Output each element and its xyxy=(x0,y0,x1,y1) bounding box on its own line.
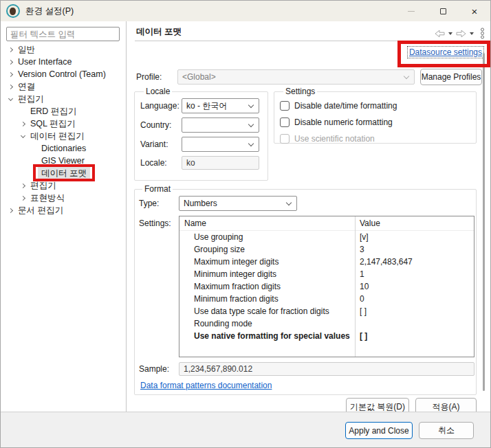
dialog-body: 일반 User Interface Version Control (Team)… xyxy=(1,21,490,413)
back-arrow-icon[interactable] xyxy=(435,30,445,38)
forward-arrow-icon[interactable] xyxy=(456,30,466,38)
setting-name[interactable]: Minimum fraction digits xyxy=(179,293,355,305)
header-separator xyxy=(135,41,490,41)
cancel-button[interactable]: 취소 xyxy=(419,422,474,439)
maximize-icon xyxy=(440,8,446,14)
chevron-right-icon[interactable] xyxy=(21,183,25,188)
vertical-scrollbar[interactable] xyxy=(483,53,485,391)
setting-name[interactable]: Maximum fraction digits xyxy=(179,280,355,293)
language-label: Language: xyxy=(140,101,182,111)
back-history-dropdown-icon[interactable] xyxy=(448,32,452,35)
manage-profiles-button[interactable]: Manage Profiles xyxy=(420,69,482,85)
sidebar-item-editors[interactable]: 편집기 xyxy=(1,93,126,105)
setting-value[interactable]: [ ] xyxy=(355,330,474,342)
format-settings-table[interactable]: Name Value Use grouping [v] Grouping siz… xyxy=(179,216,474,357)
variant-select[interactable] xyxy=(182,137,259,152)
disable-numeric-checkbox-row: Disable numeric formatting xyxy=(280,114,470,131)
column-header-value: Value xyxy=(355,216,474,231)
sidebar-item-doc-editor[interactable]: 문서 편집기 xyxy=(1,204,126,216)
chevron-down-icon xyxy=(248,141,254,146)
locale-group-legend: Locale xyxy=(144,87,172,96)
sample-value-field: 1,234,567,890.012 xyxy=(179,362,474,376)
sidebar-item-version-control[interactable]: Version Control (Team) xyxy=(1,68,126,80)
locale-label: Locale: xyxy=(140,158,182,168)
disable-datetime-checkbox[interactable] xyxy=(280,101,290,111)
chevron-right-icon[interactable] xyxy=(21,195,25,200)
country-select[interactable] xyxy=(182,117,259,133)
setting-name[interactable]: Grouping size xyxy=(179,243,355,256)
sidebar-item-data-editor[interactable]: 데이터 편집기 xyxy=(1,130,126,142)
disable-numeric-checkbox[interactable] xyxy=(280,117,290,127)
preferences-dialog: 환경 설정(P) × 일반 User Interface Version Con… xyxy=(0,0,491,448)
sidebar-item-editor[interactable]: 편집기 xyxy=(1,179,126,192)
restore-defaults-button[interactable]: 기본값 복원(D) xyxy=(346,398,409,413)
chevron-right-icon[interactable] xyxy=(21,121,25,126)
sidebar-item-presentation[interactable]: 표현방식 xyxy=(1,192,126,204)
profile-row: Profile: <Global> Manage Profiles xyxy=(136,69,482,85)
country-label: Country: xyxy=(140,120,182,130)
variant-label: Variant: xyxy=(140,139,182,149)
data-format-page: 데이터 포맷 Datasource settings Profil xyxy=(127,21,490,413)
format-type-select[interactable]: Numbers xyxy=(179,196,297,211)
format-settings-label: Settings: xyxy=(139,216,179,228)
title-bar: 환경 설정(P) × xyxy=(1,1,490,21)
sidebar-item-dictionaries[interactable]: Dictionaries xyxy=(1,142,126,155)
chevron-right-icon[interactable] xyxy=(8,71,13,76)
setting-value[interactable]: [v] xyxy=(355,231,474,243)
locale-value-field: ko xyxy=(182,156,259,170)
close-button[interactable]: × xyxy=(459,1,490,21)
locale-group: Locale Language: ko - 한국어 Country: xyxy=(134,87,268,181)
profile-select: <Global> xyxy=(177,69,415,85)
chevron-down-icon xyxy=(404,74,409,79)
setting-value[interactable]: 2,147,483,647 xyxy=(355,256,474,268)
setting-name[interactable]: Use native formatting for special values xyxy=(179,330,355,342)
scientific-notation-checkbox-row: Use scientific notation xyxy=(280,131,470,147)
preferences-sidebar: 일반 User Interface Version Control (Team)… xyxy=(1,21,127,413)
settings-group-legend: Settings xyxy=(283,87,317,96)
setting-name[interactable]: Maximum integer digits xyxy=(179,256,355,268)
preferences-tree: 일반 User Interface Version Control (Team)… xyxy=(1,43,126,216)
data-format-docs-link[interactable]: Data format patterns documentation xyxy=(140,381,272,390)
sidebar-item-sql-editor[interactable]: SQL 편집기 xyxy=(1,117,126,130)
format-group-legend: Format xyxy=(142,184,173,194)
chevron-down-icon xyxy=(248,102,254,108)
chevron-right-icon[interactable] xyxy=(8,59,13,64)
setting-name[interactable]: Use data type scale for fraction digits xyxy=(179,305,355,317)
setting-name[interactable]: Use grouping xyxy=(179,231,355,243)
sidebar-item-connection[interactable]: 연결 xyxy=(1,80,126,93)
language-select[interactable]: ko - 한국어 xyxy=(182,98,259,113)
sidebar-item-erd-editor[interactable]: ERD 편집기 xyxy=(1,105,126,117)
scientific-notation-checkbox xyxy=(280,134,290,144)
setting-value[interactable]: 3 xyxy=(355,243,474,256)
chevron-right-icon[interactable] xyxy=(8,84,13,89)
page-navigation xyxy=(435,27,485,39)
chevron-down-icon xyxy=(286,200,292,205)
setting-name[interactable]: Minimum integer digits xyxy=(179,268,355,280)
type-label: Type: xyxy=(139,199,179,208)
sidebar-item-data-format[interactable]: 데이터 포맷 xyxy=(1,167,126,179)
disable-datetime-checkbox-row: Disable date/time formatting xyxy=(280,98,470,114)
sidebar-item-general[interactable]: 일반 xyxy=(1,43,126,56)
minimize-icon xyxy=(408,11,415,12)
filter-input[interactable] xyxy=(6,27,120,41)
datasource-settings-link[interactable]: Datasource settings xyxy=(408,47,483,58)
forward-history-dropdown-icon[interactable] xyxy=(470,32,474,35)
setting-value[interactable] xyxy=(355,317,474,330)
settings-group: Settings Disable date/time formatting Di… xyxy=(274,87,477,144)
sidebar-item-gis-viewer[interactable]: GIS Viewer xyxy=(1,155,126,167)
setting-value[interactable]: 1 xyxy=(355,268,474,280)
setting-value[interactable]: 10 xyxy=(355,280,474,293)
minimize-button[interactable] xyxy=(395,1,427,21)
view-menu-icon[interactable] xyxy=(480,27,485,39)
apply-button[interactable]: 적용(A) xyxy=(415,398,477,413)
chevron-down-icon[interactable] xyxy=(21,133,25,137)
maximize-button[interactable] xyxy=(427,1,459,21)
setting-name[interactable]: Rounding mode xyxy=(179,317,355,330)
sidebar-item-user-interface[interactable]: User Interface xyxy=(1,56,126,68)
chevron-right-icon[interactable] xyxy=(8,208,13,212)
setting-value[interactable]: 0 xyxy=(355,293,474,305)
chevron-down-icon[interactable] xyxy=(8,96,13,100)
apply-and-close-button[interactable]: Apply and Close xyxy=(345,422,413,439)
chevron-right-icon[interactable] xyxy=(8,47,13,52)
setting-value[interactable]: [ ] xyxy=(355,305,474,317)
